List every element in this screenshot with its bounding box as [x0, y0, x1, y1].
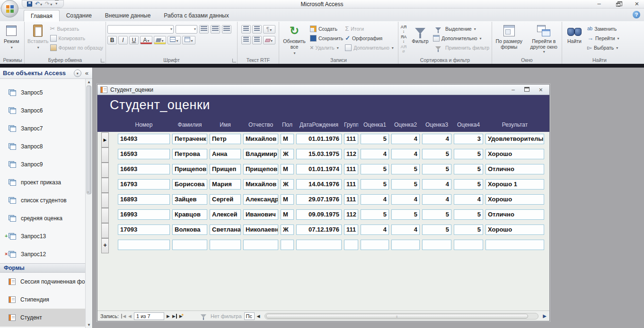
- field-cell-r1-c4[interactable]: Михайлов: [243, 134, 278, 144]
- sidebar-item-средняя-оценка[interactable]: средняя оценка: [0, 209, 92, 227]
- new-record-cell-c10[interactable]: [422, 240, 451, 250]
- field-cell-r2-c1[interactable]: 16593: [118, 149, 170, 159]
- field-cell-r5-c6[interactable]: 29.07.1976: [296, 194, 342, 205]
- new-record-cell-c4[interactable]: [243, 240, 278, 250]
- column-header-6[interactable]: ДатаРождения: [296, 121, 342, 130]
- delete-record-button[interactable]: × Удалить: [310, 44, 343, 52]
- field-cell-r6-c1[interactable]: 16993: [118, 209, 170, 220]
- decrease-indent-button[interactable]: [241, 25, 251, 34]
- form-maximize-button[interactable]: [524, 87, 529, 93]
- new-record-cell-c2[interactable]: [172, 240, 207, 250]
- field-cell-r5-c10[interactable]: 4: [422, 194, 451, 205]
- cut-button[interactable]: ✂ Вырезать: [50, 25, 103, 33]
- field-cell-r5-c3[interactable]: Сергей: [210, 194, 241, 205]
- horizontal-scrollbar-thumb[interactable]: ≡: [266, 314, 529, 319]
- sidebar-item-запрос6[interactable]: Запрос6: [0, 102, 92, 120]
- field-cell-r1-c3[interactable]: Петр: [210, 134, 241, 144]
- field-cell-r1-c12[interactable]: Удовлетворителы: [485, 134, 544, 144]
- sidebar-item-запрос9[interactable]: Запрос9: [0, 155, 92, 173]
- scroll-right-button[interactable]: ▶: [543, 314, 547, 319]
- field-cell-r5-c4[interactable]: Александр: [243, 194, 278, 205]
- spelling-button[interactable]: ✓ Орфография: [345, 35, 394, 42]
- field-cell-r5-c7[interactable]: 111: [344, 194, 358, 205]
- sidebar-item-список-студентов[interactable]: список студентов: [0, 191, 92, 209]
- field-cell-r7-c11[interactable]: 5: [454, 224, 483, 235]
- field-cell-r7-c7[interactable]: 111: [344, 224, 358, 235]
- clear-sort-icon[interactable]: АЯ⌀: [400, 45, 407, 53]
- column-header-2[interactable]: Фамилия: [172, 121, 207, 130]
- field-cell-r1-c9[interactable]: 4: [391, 134, 420, 144]
- forms-section-header[interactable]: Формы «: [0, 263, 92, 273]
- selection-filter-button[interactable]: Выделение: [433, 25, 489, 33]
- numbered-list-button[interactable]: [241, 36, 251, 44]
- column-header-8[interactable]: Оценка1: [361, 121, 389, 130]
- new-record-selector[interactable]: +: [101, 238, 109, 253]
- new-record-button[interactable]: ▶*: [179, 313, 184, 319]
- sidebar-item-студент[interactable]: Студент: [0, 309, 92, 327]
- new-record-cell-c7[interactable]: [344, 240, 358, 250]
- field-cell-r3-c2[interactable]: Прищепов: [172, 164, 207, 174]
- field-cell-r4-c1[interactable]: 16793: [118, 179, 170, 190]
- field-cell-r6-c11[interactable]: 5: [454, 209, 483, 220]
- text-direction-button[interactable]: ¶: [263, 25, 275, 34]
- sidebar-item-стипендия[interactable]: Стипендия: [0, 291, 92, 309]
- scroll-up-icon[interactable]: ▲: [86, 80, 92, 84]
- eraser-button[interactable]: [263, 36, 275, 44]
- field-cell-r2-c2[interactable]: Петрова: [172, 149, 207, 159]
- create-record-button[interactable]: Создать: [310, 25, 343, 33]
- sidebar-item-сессия-подчиненная-фо...[interactable]: Сессия подчиненная фо...: [0, 273, 92, 291]
- close-button[interactable]: ×: [633, 0, 641, 7]
- field-cell-r1-c1[interactable]: 16493: [118, 134, 170, 144]
- field-cell-r6-c12[interactable]: Отлично: [485, 209, 544, 220]
- field-cell-r4-c7[interactable]: 111: [344, 179, 358, 190]
- format-painter-button[interactable]: Формат по образцу: [50, 44, 103, 52]
- font-color-button[interactable]: A: [140, 36, 152, 44]
- clipboard-dialog-launcher-icon[interactable]: [101, 59, 105, 62]
- sidebar-item-запрос13[interactable]: +Запрос13: [0, 227, 92, 245]
- new-record-cell-c6[interactable]: [296, 240, 342, 250]
- field-cell-r5-c12[interactable]: Хорошо: [485, 194, 544, 205]
- field-cell-r1-c7[interactable]: 111: [344, 134, 358, 144]
- field-cell-r4-c10[interactable]: 4: [422, 179, 451, 190]
- field-cell-r3-c7[interactable]: 111: [344, 164, 358, 174]
- record-selector-4[interactable]: [101, 178, 109, 193]
- field-cell-r1-c2[interactable]: Петраченк: [172, 134, 207, 144]
- filter-status[interactable]: Нет фильтра: [198, 313, 242, 319]
- field-cell-r6-c9[interactable]: 5: [391, 209, 420, 220]
- scroll-down-icon[interactable]: ▼: [86, 323, 92, 327]
- replace-button[interactable]: ab Заменить: [587, 25, 619, 33]
- field-cell-r2-c5[interactable]: Ж: [281, 149, 294, 159]
- field-cell-r2-c6[interactable]: 15.03.1975: [296, 149, 342, 159]
- field-cell-r1-c8[interactable]: 5: [361, 134, 389, 144]
- field-cell-r7-c6[interactable]: 07.12.1976: [296, 224, 342, 235]
- field-cell-r4-c3[interactable]: Мария: [210, 179, 241, 190]
- record-selector-2[interactable]: [101, 147, 109, 163]
- field-cell-r7-c3[interactable]: Светлана: [210, 224, 241, 235]
- field-cell-r3-c4[interactable]: Прищепов: [243, 164, 278, 174]
- field-cell-r1-c10[interactable]: 4: [422, 134, 451, 144]
- field-cell-r4-c6[interactable]: 14.04.1976: [296, 179, 342, 190]
- column-header-12[interactable]: Результат: [485, 121, 544, 130]
- last-record-button[interactable]: ▶: [172, 314, 177, 319]
- field-cell-r6-c5[interactable]: М: [281, 209, 294, 220]
- column-header-7[interactable]: Группа: [344, 121, 358, 130]
- select-button[interactable]: ▻ Выбрать: [587, 44, 619, 52]
- record-selector-5[interactable]: [101, 193, 109, 208]
- field-cell-r7-c1[interactable]: 17093: [118, 224, 170, 235]
- field-cell-r6-c10[interactable]: 5: [422, 209, 451, 220]
- find-button[interactable]: Найти: [564, 23, 585, 56]
- sidebar-item-запрос12[interactable]: ×Запрос12: [0, 245, 92, 263]
- field-cell-r5-c9[interactable]: 4: [391, 194, 420, 205]
- minimize-button[interactable]: –: [595, 0, 603, 7]
- help-icon[interactable]: ?: [633, 11, 640, 18]
- new-record-cell-c1[interactable]: [118, 240, 170, 250]
- field-cell-r6-c7[interactable]: 112: [344, 209, 358, 220]
- sidebar-item-запрос7[interactable]: Запрос7: [0, 120, 92, 138]
- record-position-box[interactable]: 1 из 7: [134, 312, 164, 320]
- font-size-combo[interactable]: [176, 25, 197, 34]
- tab-3[interactable]: Внешние данные: [98, 10, 158, 21]
- scroll-left-button[interactable]: ◀: [257, 314, 260, 319]
- field-cell-r2-c7[interactable]: 112: [344, 149, 358, 159]
- view-mode-button[interactable]: Режим: [2, 23, 20, 56]
- field-cell-r3-c9[interactable]: 5: [391, 164, 420, 174]
